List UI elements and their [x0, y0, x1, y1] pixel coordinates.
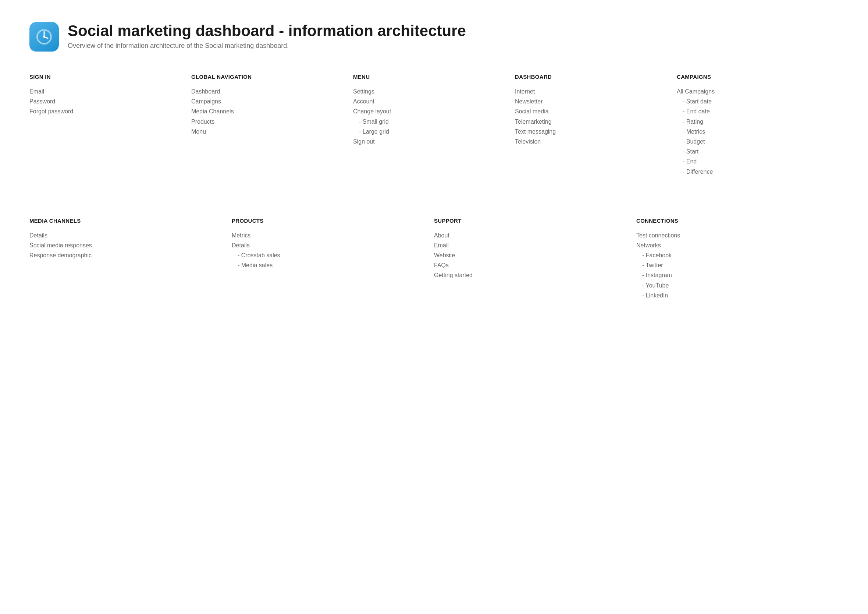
section-item: Website [434, 250, 622, 260]
section-divider [29, 199, 839, 199]
section-title-support: SUPPORT [434, 218, 622, 224]
section-item: Media Channels [191, 106, 338, 116]
section-item: Newsletter [515, 96, 662, 106]
section-item: About [434, 230, 622, 240]
section-item: Email [29, 87, 177, 96]
app-icon [29, 22, 59, 51]
section-title-media-channels: MEDIA CHANNELS [29, 218, 217, 224]
section-item: FAQs [434, 260, 622, 270]
header-text: Social marketing dashboard - information… [68, 22, 466, 50]
section-item: - Budget [677, 137, 824, 146]
section-item: - Small grid [353, 117, 500, 127]
section-campaigns: CAMPAIGNSAll Campaigns- Start date- End … [677, 74, 839, 177]
section-media-channels: MEDIA CHANNELSDetailsSocial media respon… [29, 218, 232, 300]
section-item: - Metrics [677, 127, 824, 137]
clock-icon [35, 28, 53, 46]
section-item: - Rating [677, 117, 824, 127]
section-title-connections: CONNECTIONS [636, 218, 824, 224]
section-item: Sign out [353, 137, 500, 146]
section-item: Response demographic [29, 250, 217, 260]
section-item: Networks [636, 240, 824, 250]
section-title-menu: MENU [353, 74, 500, 80]
section-item: Metrics [232, 230, 419, 240]
section-item: Settings [353, 87, 500, 96]
section-item: - Facebook [636, 250, 824, 260]
section-item: Dashboard [191, 87, 338, 96]
section-row-1: MEDIA CHANNELSDetailsSocial media respon… [29, 218, 839, 300]
section-item: Telemarketing [515, 117, 662, 127]
section-item: Account [353, 96, 500, 106]
section-title-dashboard: DASHBOARD [515, 74, 662, 80]
section-global-navigation: GLOBAL NAVIGATIONDashboardCampaignsMedia… [191, 74, 353, 177]
section-item: Test connections [636, 230, 824, 240]
section-dashboard: DASHBOARDInternetNewsletterSocial mediaT… [515, 74, 677, 177]
section-item: - Media sales [232, 260, 419, 270]
section-item: Email [434, 240, 622, 250]
page-header: Social marketing dashboard - information… [29, 22, 839, 51]
section-title-campaigns: CAMPAIGNS [677, 74, 824, 80]
section-row-0: SIGN INEmailPasswordForgot passwordGLOBA… [29, 74, 839, 177]
section-item: - End [677, 157, 824, 166]
section-sign-in: SIGN INEmailPasswordForgot password [29, 74, 191, 177]
section-item: - End date [677, 106, 824, 116]
section-item: - Difference [677, 167, 824, 177]
section-title-products: PRODUCTS [232, 218, 419, 224]
section-item: All Campaigns [677, 87, 824, 96]
section-item: Details [29, 230, 217, 240]
section-item: Forgot password [29, 106, 177, 116]
section-item: - Start [677, 146, 824, 157]
section-item: - Start date [677, 96, 824, 106]
page-subtitle: Overview of the information architecture… [68, 42, 466, 50]
section-item: Menu [191, 127, 338, 137]
section-title-sign-in: SIGN IN [29, 74, 177, 80]
section-menu: MENUSettingsAccountChange layout- Small … [353, 74, 515, 177]
section-item: Television [515, 137, 662, 146]
svg-point-4 [43, 36, 45, 38]
section-item: Getting started [434, 270, 622, 280]
section-item: - LinkedIn [636, 291, 824, 300]
section-item: - YouTube [636, 280, 824, 291]
section-item: Social media [515, 106, 662, 116]
section-item: Social media responses [29, 240, 217, 250]
page-title: Social marketing dashboard - information… [68, 22, 466, 40]
section-item: Products [191, 117, 338, 127]
section-item: - Twitter [636, 260, 824, 270]
section-title-global-navigation: GLOBAL NAVIGATION [191, 74, 338, 80]
section-item: Internet [515, 87, 662, 96]
section-item: Password [29, 96, 177, 106]
section-connections: CONNECTIONSTest connectionsNetworks- Fac… [636, 218, 839, 300]
section-item: Text messaging [515, 127, 662, 137]
section-products: PRODUCTSMetricsDetails- Crosstab sales- … [232, 218, 434, 300]
section-item: - Crosstab sales [232, 250, 419, 260]
section-item: - Instagram [636, 270, 824, 280]
section-item: Campaigns [191, 96, 338, 106]
section-item: Change layout [353, 106, 500, 116]
section-support: SUPPORTAboutEmailWebsiteFAQsGetting star… [434, 218, 636, 300]
section-item: Details [232, 240, 419, 250]
section-item: - Large grid [353, 127, 500, 137]
